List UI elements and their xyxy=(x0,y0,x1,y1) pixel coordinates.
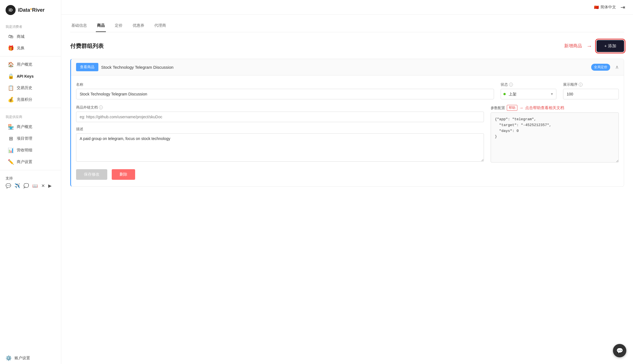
sidebar-item-project-mgmt-label: 项目管理 xyxy=(17,136,32,141)
doc-info-icon[interactable]: i xyxy=(99,105,103,109)
form-row-2: 商品外链文档 i 描述 A paid group on telegram, fo… xyxy=(76,105,619,163)
logo: iD iData*River xyxy=(0,0,61,20)
doc-field-group: 商品外链文档 i xyxy=(76,105,484,122)
logo-icon: iD xyxy=(6,5,16,15)
logout-button[interactable]: ⇥ xyxy=(620,4,625,11)
name-input[interactable] xyxy=(76,89,494,99)
status-select[interactable]: 上架 下架 xyxy=(501,89,556,99)
tab-product[interactable]: 商品 xyxy=(96,20,106,32)
form-row-1: 名称 状态 i 上架 下架 xyxy=(76,82,619,99)
param-help-text: 点击帮助查看相关文档 xyxy=(525,105,564,110)
status-info-icon[interactable]: i xyxy=(509,83,513,87)
discord-icon[interactable]: 💬 xyxy=(6,183,11,188)
product-form: 名称 状态 i 上架 下架 xyxy=(71,75,624,186)
tab-pricing[interactable]: 定价 xyxy=(114,20,124,32)
chart-icon: 📊 xyxy=(8,147,14,153)
page-header: 付费群组列表 新增商品 → + 添加 xyxy=(70,40,624,52)
desc-textarea[interactable]: A paid group on telegram, focus on stock… xyxy=(76,133,484,162)
form-actions: 保存修改 删除 xyxy=(76,169,619,180)
youtube-icon[interactable]: ▶ xyxy=(48,183,52,188)
tab-coupon[interactable]: 优惠券 xyxy=(132,20,145,32)
tab-bar: 基础信息 商品 定价 优惠券 代理商 xyxy=(70,20,624,32)
support-icons: 💬 ✈️ 💭 📖 ✕ ▶ xyxy=(6,183,55,188)
twitter-icon[interactable]: ✕ xyxy=(41,183,45,188)
page-header-right: 新增商品 → + 添加 xyxy=(564,40,624,52)
sidebar-divider-2 xyxy=(0,108,61,108)
edit-icon: ✏️ xyxy=(8,159,14,165)
sidebar-item-account-label: 账户设置 xyxy=(14,356,30,361)
product-card: 查看商品 Stock Technology Telegram Discussio… xyxy=(70,59,624,187)
arrow-right-icon: → xyxy=(586,43,592,49)
form-left: 商品外链文档 i 描述 A paid group on telegram, fo… xyxy=(76,105,484,163)
delete-button[interactable]: 删除 xyxy=(112,169,135,180)
product-card-header: 查看商品 Stock Technology Telegram Discussio… xyxy=(71,59,624,75)
mall-icon: 🛍 xyxy=(8,34,14,40)
content-area: 基础信息 商品 定价 优惠券 代理商 付费群组列表 新增商品 → + 添加 查看… xyxy=(61,15,633,364)
sidebar-item-mall-label: 商城 xyxy=(17,34,25,39)
sidebar-item-merchant-settings[interactable]: ✏️ 商户设置 xyxy=(2,156,59,168)
tab-agent[interactable]: 代理商 xyxy=(153,20,167,32)
sidebar-item-revenue[interactable]: 📊 营收明细 xyxy=(2,144,59,156)
name-field-group: 名称 xyxy=(76,82,494,99)
order-label: 展示顺序 i xyxy=(563,82,619,87)
sidebar-item-user-overview-label: 用户概览 xyxy=(17,62,32,67)
view-product-button[interactable]: 查看商品 xyxy=(76,63,98,71)
sidebar-item-exchange[interactable]: 🎁 兑换 xyxy=(2,42,59,54)
topbar: 🇨🇳 简体中文 ⇥ xyxy=(61,0,633,15)
support-section: 支持 💬 ✈️ 💭 📖 ✕ ▶ xyxy=(0,173,61,192)
grid-icon: ⊞ xyxy=(8,136,14,142)
doc-input[interactable] xyxy=(76,112,484,122)
sidebar-item-api-keys[interactable]: 🔒 API Keys xyxy=(2,70,59,82)
book-icon[interactable]: 📖 xyxy=(32,183,38,188)
main-content: 🇨🇳 简体中文 ⇥ 基础信息 商品 定价 优惠券 代理商 付费群组列表 新增商品… xyxy=(61,0,633,364)
order-field-group: 展示顺序 i xyxy=(563,82,619,99)
sidebar-item-trade-history[interactable]: 📋 交易历史 xyxy=(2,82,59,94)
chat-bubble-button[interactable]: 💬 xyxy=(613,344,626,357)
json-config-textarea[interactable]: {"app": "telegram", "target": "-45252123… xyxy=(491,112,619,163)
settings-icon: ⚙️ xyxy=(6,355,12,361)
sidebar-item-revenue-label: 营收明细 xyxy=(17,148,32,153)
chat-icon[interactable]: 💭 xyxy=(23,183,29,188)
add-product-button[interactable]: + 添加 xyxy=(597,40,624,52)
lock-icon: 🔒 xyxy=(8,73,14,79)
store-icon: 🏪 xyxy=(8,124,14,130)
collapse-icon[interactable]: ∧ xyxy=(615,64,619,70)
status-field-group: 状态 i 上架 下架 ▼ xyxy=(501,82,556,99)
home-icon: 🏠 xyxy=(8,62,14,68)
tab-basic[interactable]: 基础信息 xyxy=(70,20,88,32)
status-label: 状态 i xyxy=(501,82,556,87)
param-config-label: 参数配置 xyxy=(491,105,505,110)
save-button[interactable]: 保存修改 xyxy=(76,169,107,180)
form-right: 参数配置 帮助 → 点击帮助查看相关文档 {"app": "telegram",… xyxy=(491,105,619,163)
param-arrow-icon: → xyxy=(519,105,524,110)
sidebar-item-account[interactable]: ⚙️ 账户设置 xyxy=(0,352,61,364)
language-selector[interactable]: 🇨🇳 简体中文 xyxy=(594,5,616,10)
sidebar-item-user-overview[interactable]: 🏠 用户概览 xyxy=(2,59,59,70)
sidebar-item-project-mgmt[interactable]: ⊞ 项目管理 xyxy=(2,133,59,144)
telegram-icon[interactable]: ✈️ xyxy=(14,183,20,188)
sidebar-item-recharge-label: 充值积分 xyxy=(17,97,32,102)
doc-label: 商品外链文档 i xyxy=(76,105,484,110)
lang-label: 简体中文 xyxy=(600,5,616,10)
sidebar-item-merchant-overview[interactable]: 🏪 商户概览 xyxy=(2,121,59,133)
new-product-label: 新增商品 xyxy=(564,43,582,49)
sidebar-item-api-keys-label: API Keys xyxy=(17,74,34,78)
page-title: 付费群组列表 xyxy=(70,42,104,50)
sidebar-divider-3 xyxy=(0,170,61,170)
desc-label: 描述 xyxy=(76,127,484,132)
order-info-icon[interactable]: i xyxy=(579,83,583,87)
lang-flag: 🇨🇳 xyxy=(594,5,599,9)
sidebar-item-mall[interactable]: 🛍 商城 xyxy=(2,31,59,42)
order-input[interactable] xyxy=(563,89,619,99)
sidebar-item-trade-history-label: 交易历史 xyxy=(17,85,32,90)
support-label: 支持 xyxy=(6,176,55,181)
supplier-section-label: 我是供应商 xyxy=(0,110,61,121)
sidebar-item-merchant-overview-label: 商户概览 xyxy=(17,124,32,129)
help-button[interactable]: 帮助 xyxy=(507,105,517,111)
sidebar-item-recharge[interactable]: 💰 充值积分 xyxy=(2,94,59,105)
coin-icon: 💰 xyxy=(8,97,14,103)
product-card-name: Stock Technology Telegram Discussion xyxy=(101,65,588,70)
history-icon: 📋 xyxy=(8,85,14,91)
name-label: 名称 xyxy=(76,82,494,87)
sidebar-item-merchant-settings-label: 商户设置 xyxy=(17,159,32,164)
